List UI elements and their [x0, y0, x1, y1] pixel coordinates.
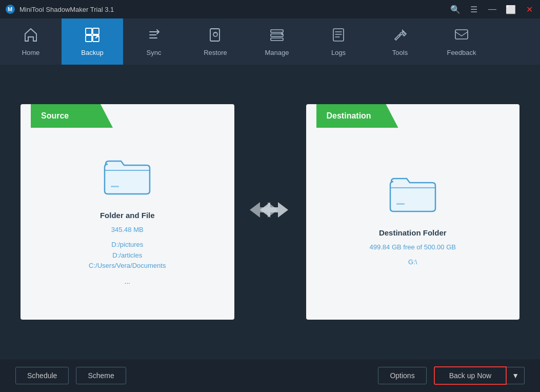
source-folder-icon	[102, 154, 153, 200]
source-card-header: Source	[21, 104, 234, 128]
direction-arrow	[247, 197, 293, 227]
nav-label-feedback: Feedback	[447, 49, 476, 56]
options-button[interactable]: Options	[378, 367, 426, 384]
bottom-bar: Schedule Scheme Options Back up Now ▼	[0, 359, 540, 392]
nav-bar: Home Backup Sync	[0, 18, 540, 65]
nav-label-restore: Restore	[204, 49, 227, 56]
svg-rect-2	[86, 28, 92, 34]
svg-rect-4	[86, 35, 92, 42]
destination-header-label: Destination	[327, 111, 371, 121]
feedback-icon	[453, 27, 470, 46]
source-paths: D:/pictures D:/articles C:/Users/Vera/Do…	[89, 240, 166, 271]
sync-icon	[146, 27, 162, 46]
app-logo-icon: M	[5, 4, 15, 14]
title-bar: M MiniTool ShadowMaker Trial 3.1 🔍 ☰ — ⬜…	[0, 0, 540, 18]
destination-card-header: Destination	[306, 104, 520, 128]
manage-icon	[269, 27, 285, 46]
svg-rect-12	[333, 29, 344, 41]
nav-item-logs[interactable]: Logs	[308, 18, 369, 65]
nav-label-logs: Logs	[331, 49, 346, 56]
backup-icon	[84, 27, 101, 46]
nav-item-backup[interactable]: Backup	[62, 18, 123, 65]
nav-item-home[interactable]: Home	[0, 18, 62, 65]
maximize-button[interactable]: ⬜	[505, 4, 516, 15]
arrow-section	[245, 197, 296, 227]
nav-label-home: Home	[22, 49, 40, 56]
tools-icon	[392, 27, 408, 46]
nav-label-sync: Sync	[147, 49, 162, 56]
svg-rect-13	[455, 30, 468, 39]
home-icon	[23, 27, 39, 46]
source-more: ...	[125, 278, 130, 285]
title-bar-left: M MiniTool ShadowMaker Trial 3.1	[5, 4, 114, 14]
destination-free-space: 499.84 GB free of 500.00 GB	[370, 243, 456, 251]
source-header-label: Source	[41, 111, 69, 121]
destination-card-content: Destination Folder 499.84 GB free of 500…	[370, 171, 456, 268]
svg-rect-8	[271, 30, 283, 32]
destination-drive: G:\	[408, 257, 417, 268]
nav-label-manage: Manage	[265, 49, 289, 56]
logs-icon	[330, 27, 347, 46]
svg-point-11	[281, 33, 283, 35]
bottom-left-actions: Schedule Scheme	[15, 367, 126, 384]
nav-item-tools[interactable]: Tools	[369, 18, 431, 65]
restore-icon	[207, 27, 224, 46]
nav-label-tools: Tools	[392, 49, 408, 56]
svg-rect-15	[396, 203, 405, 205]
close-button[interactable]: ✕	[524, 4, 535, 15]
title-bar-controls: 🔍 ☰ — ⬜ ✕	[450, 4, 535, 15]
svg-rect-3	[93, 28, 99, 34]
dropdown-arrow-icon: ▼	[512, 371, 519, 380]
scheme-button[interactable]: Scheme	[76, 367, 126, 384]
source-card[interactable]: Source Folder and File 345.48 MB D:/pict…	[21, 104, 234, 320]
destination-folder-icon	[387, 171, 438, 217]
source-size: 345.48 MB	[111, 226, 144, 233]
app-title: MiniTool ShadowMaker Trial 3.1	[19, 6, 114, 13]
search-icon[interactable]: 🔍	[450, 4, 461, 15]
svg-rect-14	[111, 186, 119, 187]
backup-now-button[interactable]: Back up Now	[434, 366, 507, 385]
nav-label-backup: Backup	[81, 49, 103, 56]
menu-icon[interactable]: ☰	[468, 4, 479, 15]
nav-item-manage[interactable]: Manage	[246, 18, 308, 65]
svg-text:M: M	[8, 6, 12, 12]
bottom-right-actions: Options Back up Now ▼	[378, 366, 525, 385]
nav-item-restore[interactable]: Restore	[185, 18, 246, 65]
source-card-content: Folder and File 345.48 MB D:/pictures D:…	[89, 154, 166, 285]
svg-rect-6	[210, 29, 219, 41]
nav-item-sync[interactable]: Sync	[123, 18, 185, 65]
source-path-2: D:/articles	[89, 250, 166, 261]
destination-header-bg: Destination	[316, 104, 398, 128]
nav-item-feedback[interactable]: Feedback	[431, 18, 492, 65]
destination-title: Destination Folder	[379, 228, 447, 237]
source-path-1: D:/pictures	[89, 240, 166, 250]
destination-card[interactable]: Destination Destination Folder 499.84 GB…	[306, 104, 520, 320]
source-title: Folder and File	[100, 211, 155, 220]
backup-now-dropdown-button[interactable]: ▼	[507, 367, 525, 384]
svg-point-7	[213, 32, 217, 36]
source-header-bg: Source	[31, 104, 113, 128]
main-content: Source Folder and File 345.48 MB D:/pict…	[0, 65, 540, 359]
source-path-3: C:/Users/Vera/Documents	[89, 261, 166, 271]
schedule-button[interactable]: Schedule	[15, 367, 69, 384]
minimize-button[interactable]: —	[487, 4, 498, 15]
svg-rect-10	[271, 38, 283, 41]
